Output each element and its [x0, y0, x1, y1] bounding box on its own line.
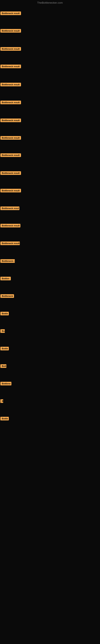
result-row: Bott — [0, 364, 6, 369]
bottleneck-badge[interactable]: Bottleneck result — [0, 12, 21, 15]
bottleneck-badge[interactable]: Bottleneck — [0, 294, 14, 298]
bottleneck-badge[interactable]: Bottleneck result — [0, 153, 21, 157]
result-row: Bottleneck r — [0, 259, 15, 264]
bottleneck-badge[interactable]: Bottlene — [0, 382, 11, 386]
bottleneck-badge[interactable]: Bottleneck result — [0, 224, 20, 228]
result-row: Bottleneck result — [0, 29, 21, 34]
bottleneck-badge[interactable]: Bottleneck result — [0, 64, 21, 68]
bottleneck-badge[interactable]: Bottle — [0, 417, 9, 420]
result-row: Bo — [0, 329, 5, 334]
result-row: Bottlen — [0, 277, 11, 281]
bottleneck-badge[interactable]: Bottle — [0, 347, 9, 350]
result-row: Bottleneck result — [0, 224, 20, 228]
result-row: Bottleneck result — [0, 189, 21, 193]
result-row: Bottleneck result — [0, 64, 21, 69]
bottleneck-badge[interactable]: Bo — [0, 329, 5, 333]
result-row: B — [0, 399, 3, 404]
result-row: Bottleneck result — [0, 153, 21, 158]
result-row: Bottleneck result — [0, 47, 21, 52]
result-row: Bottleneck result — [0, 171, 21, 176]
bottleneck-badge[interactable]: Bottleneck result — [0, 136, 21, 140]
result-row: Bottleneck result — [0, 100, 21, 105]
result-row: Bottleneck result — [0, 136, 21, 140]
bottleneck-badge[interactable]: Bottleneck result — [0, 47, 21, 51]
result-row: Bottle — [0, 312, 9, 316]
bottleneck-badge[interactable]: Bott — [0, 364, 6, 368]
site-title: TheBottlenecker.com — [0, 0, 100, 5]
result-row: Bottleneck resul — [0, 206, 19, 211]
result-row: Bottleneck result — [0, 242, 20, 246]
result-row: Bottlene — [0, 382, 11, 386]
bottleneck-badge[interactable]: Bottleneck result — [0, 118, 21, 122]
result-row: Bottleneck result — [0, 12, 21, 16]
result-row: Bottleneck — [0, 294, 14, 299]
bottleneck-badge[interactable]: Bottlen — [0, 277, 11, 280]
bottleneck-badge[interactable]: Bottleneck result — [0, 171, 21, 175]
bottleneck-badge[interactable]: Bottle — [0, 312, 9, 315]
result-row: Bottleneck result — [0, 83, 21, 87]
bottleneck-badge[interactable]: Bottleneck r — [0, 259, 15, 263]
bottleneck-badge[interactable]: Bottleneck result — [0, 189, 21, 192]
bottleneck-badge[interactable]: Bottleneck result — [0, 100, 21, 104]
bottleneck-badge[interactable]: Bottleneck result — [0, 29, 21, 32]
bottleneck-badge[interactable]: Bottleneck result — [0, 83, 21, 86]
result-row: Bottle — [0, 347, 9, 351]
bottleneck-badge[interactable]: Bottleneck resul — [0, 206, 19, 210]
bottleneck-badge[interactable]: Bottleneck result — [0, 242, 20, 245]
result-row: Bottleneck result — [0, 118, 21, 123]
result-row: Bottle — [0, 417, 9, 421]
bottleneck-badge[interactable]: B — [0, 399, 3, 403]
